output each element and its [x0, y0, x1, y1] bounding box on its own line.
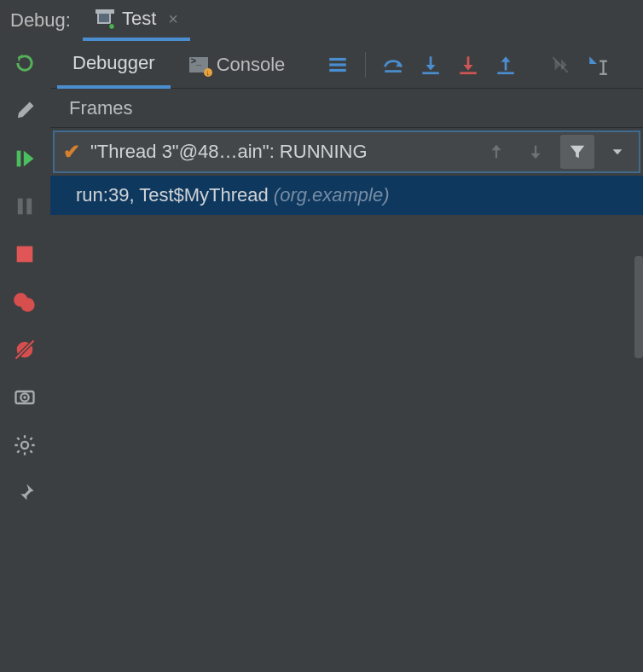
tab-console-label: Console — [217, 54, 286, 76]
drop-frame-button[interactable] — [543, 48, 577, 82]
frames-header-label: Frames — [69, 97, 133, 119]
thread-selector[interactable]: ✔ "Thread 3"@48…ain": RUNNING — [53, 130, 640, 173]
step-out-button[interactable] — [489, 48, 523, 82]
pin-tab-button[interactable] — [11, 479, 38, 507]
modify-run-config-button[interactable] — [11, 97, 38, 125]
rerun-button[interactable] — [11, 49, 38, 77]
run-config-name: Test — [122, 8, 156, 30]
thread-running-icon: ✔ — [63, 140, 80, 164]
frames-header: Frames — [50, 89, 643, 128]
filter-frames-button[interactable] — [560, 135, 594, 169]
svg-point-12 — [21, 442, 28, 449]
close-tab-icon[interactable]: × — [165, 9, 178, 29]
svg-rect-2 — [26, 199, 32, 215]
tab-debugger[interactable]: Debugger — [57, 41, 171, 89]
panel-toolbar: Debugger Console — [50, 41, 643, 89]
console-icon — [189, 57, 208, 72]
threads-view-button[interactable] — [321, 48, 355, 82]
run-config-tab[interactable]: Test × — [83, 0, 190, 41]
svg-rect-3 — [17, 246, 33, 263]
debugger-panel: Debugger Console — [49, 41, 643, 672]
pause-button[interactable] — [11, 193, 38, 220]
force-step-into-button[interactable] — [451, 48, 485, 82]
svg-rect-1 — [18, 199, 23, 215]
get-thread-dump-button[interactable] — [11, 384, 38, 411]
stop-button[interactable] — [11, 240, 38, 268]
view-breakpoints-button[interactable] — [11, 288, 38, 316]
toolbar-separator — [365, 52, 366, 78]
tab-debugger-label: Debugger — [72, 52, 155, 74]
step-into-button[interactable] — [414, 48, 448, 82]
stack-frame-row[interactable]: run:39, Test$MyThread (org.example) — [50, 176, 643, 215]
step-over-button[interactable] — [376, 48, 410, 82]
debug-vertical-toolbar — [0, 41, 49, 672]
tab-console[interactable]: Console — [174, 41, 301, 89]
run-to-cursor-button[interactable] — [581, 48, 615, 82]
scrollbar[interactable] — [634, 256, 643, 358]
thread-dropdown-button[interactable] — [605, 145, 630, 159]
svg-point-11 — [23, 396, 26, 399]
prev-frame-button[interactable] — [482, 137, 511, 166]
titlebar: Debug: Test × — [0, 0, 643, 41]
debug-window-title: Debug: — [10, 0, 83, 41]
settings-button[interactable] — [11, 432, 38, 459]
resume-button[interactable] — [11, 145, 38, 172]
mute-breakpoints-button[interactable] — [11, 336, 38, 363]
frame-package: (org.example) — [274, 184, 390, 206]
application-icon — [95, 9, 113, 28]
main-area: Debugger Console — [0, 41, 643, 672]
next-frame-button[interactable] — [521, 137, 550, 166]
thread-name: "Thread 3"@48…ain": RUNNING — [90, 141, 368, 163]
svg-rect-0 — [17, 151, 21, 167]
frame-method: run:39, Test$MyThread — [76, 184, 269, 206]
svg-point-5 — [20, 298, 34, 311]
